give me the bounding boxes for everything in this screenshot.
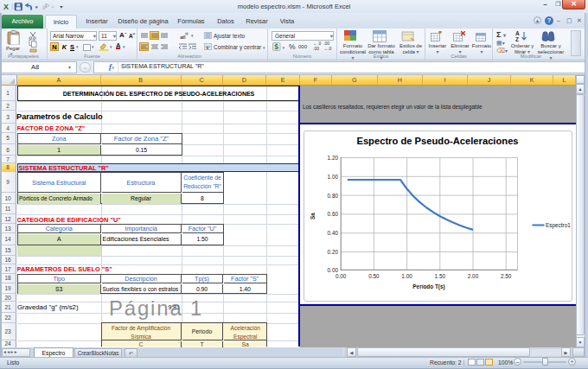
svg-text:Sa: Sa bbox=[310, 212, 316, 219]
svg-text:2.00: 2.00 bbox=[467, 273, 478, 279]
svg-text:1.50: 1.50 bbox=[434, 273, 445, 279]
svg-text:Espectro de Pseudo-Aceleracion: Espectro de Pseudo-Aceleraciones bbox=[356, 136, 518, 146]
svg-text:$: $ bbox=[274, 42, 278, 51]
svg-text:0.80: 0.80 bbox=[327, 192, 338, 198]
svg-text:0.20: 0.20 bbox=[327, 249, 338, 255]
svg-text:A: A bbox=[515, 30, 520, 36]
svg-text:0.40: 0.40 bbox=[327, 230, 338, 236]
svg-text:0.50: 0.50 bbox=[368, 273, 380, 279]
svg-text:2.50: 2.50 bbox=[500, 273, 511, 279]
svg-text:Z: Z bbox=[515, 36, 519, 42]
svg-text:0.00: 0.00 bbox=[327, 266, 338, 272]
svg-text:1.20: 1.20 bbox=[327, 155, 338, 161]
svg-text:0.00: 0.00 bbox=[335, 273, 346, 279]
svg-text:Espectro1: Espectro1 bbox=[546, 222, 571, 229]
svg-text:0.60: 0.60 bbox=[327, 211, 338, 217]
svg-text:1.00: 1.00 bbox=[327, 173, 338, 179]
svg-text:ab: ab bbox=[180, 35, 186, 40]
svg-text:1.00: 1.00 bbox=[401, 273, 412, 279]
svg-text:Período T(s): Período T(s) bbox=[412, 283, 444, 290]
